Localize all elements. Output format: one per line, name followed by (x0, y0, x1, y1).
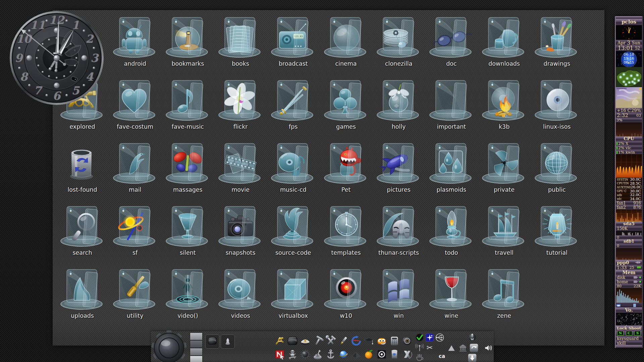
desktop-icon-bookmarks[interactable]: bookmarks (163, 15, 213, 67)
pager-desktop-2[interactable] (190, 341, 202, 348)
desktop-icon-movie[interactable]: movie (215, 141, 266, 193)
launcher-ink-pot[interactable] (312, 349, 324, 360)
tray-refresh-button[interactable] (469, 343, 479, 353)
gk-buttons[interactable]: Lock Shoot (616, 325, 642, 330)
desktop-icon-private[interactable]: private (479, 141, 529, 193)
gk-weather-temp[interactable]: +16 C29% (616, 108, 642, 113)
desktop-icon-pictures[interactable]: pictures (374, 141, 424, 193)
desktop-icon-Pet[interactable]: Pet (321, 141, 371, 193)
desktop-icon-w10[interactable]: w10 (321, 267, 371, 319)
desktop-icon-virtualbox[interactable]: virtualbox (268, 267, 318, 319)
launcher-fountain-pen[interactable] (338, 335, 349, 347)
desktop-icon-flickr[interactable]: flickr (215, 78, 266, 130)
launcher-red-n-cursor[interactable] (274, 349, 285, 360)
launcher-dark-pyramid[interactable] (351, 349, 362, 360)
desktop-icon-fave-music[interactable]: fave-music (163, 78, 213, 130)
desktop-icon-android[interactable]: android (110, 15, 160, 67)
pager-desktop-3[interactable] (190, 348, 202, 355)
desktop-icon-travell[interactable]: travell (479, 204, 529, 256)
launcher-speaker-horn[interactable] (401, 335, 413, 347)
gk-fs-row[interactable]: home (616, 280, 642, 284)
gk-header[interactable]: Mem (616, 270, 642, 275)
tray-power-pin[interactable] (468, 333, 477, 342)
desktop-icon-utility[interactable]: utility (110, 267, 160, 319)
gk-header[interactable]: Vo. (616, 307, 642, 313)
desktop-icon-doc[interactable]: doc (426, 15, 477, 67)
launcher-sextant-gold[interactable] (274, 335, 285, 347)
desktop-icon-cinema[interactable]: cinema (321, 15, 371, 67)
launcher-dark-sunorb[interactable] (300, 349, 311, 360)
pager-desktop-4[interactable] (190, 356, 202, 362)
led-C[interactable]: C (626, 331, 632, 336)
keyboard-layout-indicator[interactable]: ca (439, 353, 445, 359)
shoot-button[interactable]: Shoot (629, 326, 641, 330)
desktop-icon-win[interactable]: win (374, 267, 424, 319)
desktop-icon-wine[interactable]: wine (426, 267, 477, 319)
desktop-icon-video()[interactable]: video() (163, 267, 213, 319)
launcher-crossed-tools[interactable] (325, 335, 336, 347)
tray-speaker-volume[interactable] (484, 343, 493, 353)
desktop-icon-drawings[interactable]: drawings (532, 15, 582, 67)
desktop-icon-sf[interactable]: sf (110, 204, 160, 256)
launcher-officer-cap[interactable] (300, 335, 311, 347)
menu-gear-button[interactable] (152, 330, 186, 362)
tray-down-arrow-button[interactable] (468, 353, 477, 362)
desktop-icon-lost-found[interactable]: lost-found (57, 141, 108, 193)
led-N[interactable]: N (617, 331, 624, 336)
desktop-icon-videos[interactable]: videos (215, 267, 266, 319)
launcher-anchor[interactable] (325, 349, 336, 360)
launcher-blue-orb-ring[interactable] (338, 349, 349, 360)
gk-header[interactable]: CPU (616, 136, 642, 141)
desktop-icon-tutorial[interactable]: tutorial (532, 204, 582, 256)
tray-blue-star-square[interactable] (425, 333, 434, 342)
desktop-icon-plasmoids[interactable]: plasmoids (426, 141, 477, 193)
gk-date[interactable]: Apr3Sun (616, 40, 642, 45)
desktop-icon-important[interactable]: important (426, 78, 477, 130)
launcher-refresh-blue[interactable] (351, 335, 362, 347)
launcher-mortarboard[interactable] (363, 335, 375, 347)
tray-scissors[interactable]: ✂ (425, 343, 434, 352)
desktop-icon-search[interactable]: search (57, 204, 108, 256)
desktop-icon-k3b[interactable]: k3b (479, 78, 529, 130)
desktop-icon-templates[interactable]: templates (321, 204, 371, 256)
desktop-icon-mail[interactable]: mail (110, 141, 160, 193)
desktop-icon-linux-isos[interactable]: linux-isos (532, 78, 582, 130)
desktop-icon-massages[interactable]: massages (163, 141, 213, 193)
quicklaunch-lamp-small[interactable] (221, 335, 235, 349)
desktop-icon-games[interactable]: games (321, 78, 371, 130)
tray-bank-building[interactable] (458, 343, 468, 353)
launcher-black-disc[interactable] (376, 349, 387, 360)
desktop-icon-broadcast[interactable]: 125.63 broadcast (268, 15, 318, 67)
xkill-button[interactable]: xkill (616, 341, 642, 345)
desktop-icon-downloads[interactable]: downloads (479, 15, 529, 67)
launcher-metal-cup[interactable] (389, 349, 400, 360)
launcher-wallet-black[interactable] (287, 335, 298, 347)
desktop-icon-thunar-scripts[interactable]: thunar-scripts (374, 204, 424, 256)
desktop-icon-zene[interactable]: zene (479, 267, 529, 319)
desktop-icon-snapshots[interactable]: snapshots (215, 204, 266, 256)
launcher-x11-logo[interactable] (401, 349, 413, 360)
desktop-icon-fps[interactable]: fps (268, 78, 318, 130)
desktop-icon-holly[interactable]: holly (374, 78, 424, 130)
led-S[interactable]: S (634, 331, 641, 336)
desktop-icon-uploads[interactable]: uploads (57, 267, 108, 319)
launcher-robot-skater[interactable] (287, 349, 298, 360)
launcher-gimp-wilber[interactable] (376, 335, 387, 347)
gk-header[interactable]: pclos (616, 19, 642, 25)
desktop-icon-books[interactable]: books (215, 15, 266, 67)
tray-usb-symbol[interactable] (435, 333, 444, 342)
launcher-calculator[interactable] (389, 335, 400, 347)
desktop-icon-todo[interactable]: todo (426, 204, 477, 256)
desktop-icon-music-cd[interactable]: music-cd (268, 141, 318, 193)
gk-header[interactable]: sda5 (616, 222, 642, 226)
tray-wifi-antenna[interactable] (415, 343, 424, 352)
gk-slider[interactable]: ◄► (616, 303, 642, 307)
ksysguard-button[interactable]: ksysguard (616, 336, 642, 341)
launcher-hammer[interactable] (312, 335, 324, 347)
desktop-icon-fave-costum[interactable]: fave-costum (110, 78, 160, 130)
tray-up-triangle[interactable] (447, 343, 456, 353)
desktop-icon-public[interactable]: public (532, 141, 582, 193)
quicklaunch-drive-black[interactable] (205, 335, 219, 349)
gk-uptime[interactable]: 2:3203 (616, 113, 642, 118)
desktop-icon-source-code[interactable]: source-code (268, 204, 318, 256)
